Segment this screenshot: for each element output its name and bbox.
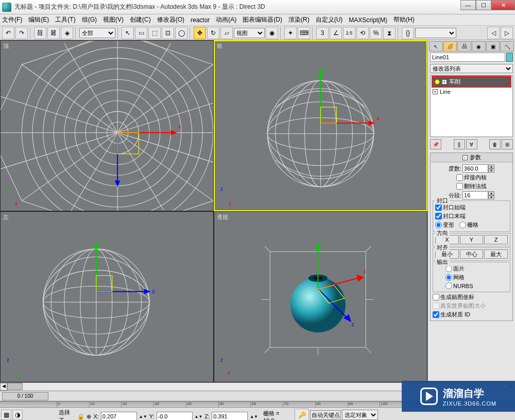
grid-radio[interactable] <box>459 222 466 228</box>
gen-map-check[interactable] <box>433 294 439 300</box>
configure-button[interactable]: ⊞ <box>502 139 513 149</box>
weld-core-check[interactable] <box>456 174 463 181</box>
menu-group[interactable]: 组(G) <box>82 15 97 24</box>
ref-coord-system[interactable]: 视图 <box>234 28 265 38</box>
menu-render[interactable]: 渲染(R) <box>288 15 310 24</box>
spinner-up-icon[interactable]: ▲ <box>488 191 494 195</box>
menu-reactor[interactable]: reactor <box>191 16 210 24</box>
spinner-down-icon[interactable]: ▼ <box>488 169 494 173</box>
named-sel-set-button[interactable]: {} <box>402 27 414 39</box>
viewport-perspective[interactable]: 透视 y x z <box>214 212 427 382</box>
viewport-front[interactable]: 前 x y zx <box>214 41 427 211</box>
show-end-button[interactable]: || <box>454 139 465 149</box>
flip-normals-check[interactable] <box>456 183 463 190</box>
lock-icon[interactable]: 🔒 <box>77 413 84 420</box>
object-color-swatch[interactable] <box>506 53 513 62</box>
z-coord-input[interactable] <box>212 412 248 420</box>
snap-button[interactable]: 3 <box>316 27 329 39</box>
selection-filter[interactable]: 全部 <box>79 28 115 38</box>
menu-customize[interactable]: 自定义(U) <box>316 15 343 24</box>
bind-button[interactable]: ◈ <box>61 27 73 39</box>
maximize-button[interactable]: ☐ <box>476 0 491 10</box>
tab-display[interactable]: ▣ <box>486 41 500 52</box>
edit-named-sel-button[interactable]: % <box>370 27 382 39</box>
viewport-top[interactable]: 顶 x yx <box>1 41 213 211</box>
curve-editor-button[interactable]: ◑ <box>12 410 23 420</box>
cap-start-check[interactable] <box>435 204 442 211</box>
output-mesh-radio[interactable] <box>445 274 452 281</box>
morph-radio[interactable] <box>435 222 442 228</box>
menu-file[interactable]: 文件(F) <box>2 15 22 24</box>
percent-snap-button[interactable]: 2.5 <box>343 27 355 39</box>
autokey-button[interactable]: 自动关键点 <box>310 410 341 419</box>
select-lasso-button[interactable]: ◯ <box>175 27 187 39</box>
script-listener-button[interactable]: ▦ <box>1 410 11 420</box>
spinner-snap-button[interactable]: ⟲ <box>356 27 369 39</box>
tab-create[interactable]: ↖ <box>429 41 443 52</box>
expand-icon[interactable]: + <box>433 89 438 94</box>
next-frame-button[interactable]: ▷ <box>501 27 513 39</box>
move-button[interactable]: ✥ <box>194 27 206 39</box>
align-center-button[interactable]: 中心 <box>460 249 484 259</box>
spinner-down-icon[interactable]: ▼ <box>488 195 494 199</box>
align-max-button[interactable]: 最大 <box>484 249 508 259</box>
tab-modify[interactable]: 🌈 <box>443 41 457 52</box>
undo-button[interactable]: ↶ <box>2 27 14 39</box>
dir-y-button[interactable]: Y <box>460 235 484 244</box>
select-button[interactable]: ↖ <box>122 27 134 39</box>
segments-input[interactable] <box>462 191 488 199</box>
dir-z-button[interactable]: Z <box>484 235 508 244</box>
object-name-field[interactable] <box>430 53 505 62</box>
make-unique-button[interactable]: ∀ <box>466 139 477 149</box>
minimize-button[interactable]: — <box>460 0 476 10</box>
output-nurbs-radio[interactable] <box>445 282 452 289</box>
key-icon[interactable]: 🔑 <box>295 409 309 420</box>
cap-end-check[interactable] <box>435 213 442 220</box>
menu-tools[interactable]: 工具(T) <box>55 15 75 24</box>
menu-help[interactable]: 帮助(H) <box>393 15 415 24</box>
stack-item-line[interactable]: + Line <box>431 88 512 96</box>
rotate-button[interactable]: ↻ <box>207 27 219 39</box>
menu-maxscript[interactable]: MAXScript(M) <box>349 16 387 24</box>
angle-snap-button[interactable]: ∠ <box>330 27 342 39</box>
unlink-button[interactable]: ⛓̸ <box>47 27 60 39</box>
modifier-list[interactable]: 修改器列表 <box>430 64 513 73</box>
expand-icon[interactable]: + <box>442 79 447 85</box>
redo-button[interactable]: ↷ <box>15 27 28 39</box>
stack-item-lathe[interactable]: + 车削 <box>433 77 510 87</box>
x-coord-input[interactable] <box>101 412 137 420</box>
menu-create[interactable]: 创建(C) <box>130 15 151 24</box>
time-slider[interactable]: 0 / 100 <box>2 392 48 400</box>
modifier-stack[interactable]: + 车削 + Line <box>430 75 513 137</box>
manipulate-button[interactable]: ✦ <box>284 27 297 39</box>
window-crossing-button[interactable]: ⊡ <box>162 27 174 39</box>
menu-edit[interactable]: 编辑(E) <box>28 15 49 24</box>
menu-views[interactable]: 视图(V) <box>103 15 124 24</box>
named-sel-dropdown[interactable] <box>415 28 456 38</box>
spinner-up-icon[interactable]: ▲ <box>488 164 494 169</box>
close-button[interactable]: ✕ <box>491 0 515 10</box>
rollout-params-header[interactable]: -参数 <box>431 153 512 162</box>
select-name-button[interactable]: ▭ <box>135 27 147 39</box>
menu-graph[interactable]: 图表编辑器(D) <box>243 15 282 24</box>
menu-modifiers[interactable]: 修改器(O) <box>157 15 184 24</box>
scale-button[interactable]: ▱ <box>220 27 233 39</box>
viewport-left[interactable]: 左 y z zy <box>1 212 213 382</box>
pivot-button[interactable]: ◉ <box>266 27 278 39</box>
remove-mod-button[interactable]: 🗑 <box>489 139 501 149</box>
menu-animation[interactable]: 动画(A) <box>216 15 236 24</box>
key-target-select[interactable]: 选定对象 <box>342 410 378 420</box>
tab-hierarchy[interactable]: 品 <box>457 41 471 52</box>
lightbulb-icon[interactable] <box>435 79 440 85</box>
y-coord-input[interactable] <box>157 412 193 420</box>
select-region-button[interactable]: ⬚ <box>148 27 161 39</box>
tab-utilities[interactable]: 🔨 <box>500 41 514 52</box>
mirror-button[interactable]: ⧗ <box>383 27 396 39</box>
link-button[interactable]: ⛓ <box>34 27 46 39</box>
gen-mat-check[interactable] <box>433 311 439 318</box>
keyboard-button[interactable]: ⌨ <box>298 27 310 39</box>
tab-motion[interactable]: ◉ <box>472 41 486 52</box>
degrees-input[interactable] <box>462 164 488 173</box>
output-patch-radio[interactable] <box>445 265 452 272</box>
pin-stack-button[interactable]: 📌 <box>430 139 441 149</box>
